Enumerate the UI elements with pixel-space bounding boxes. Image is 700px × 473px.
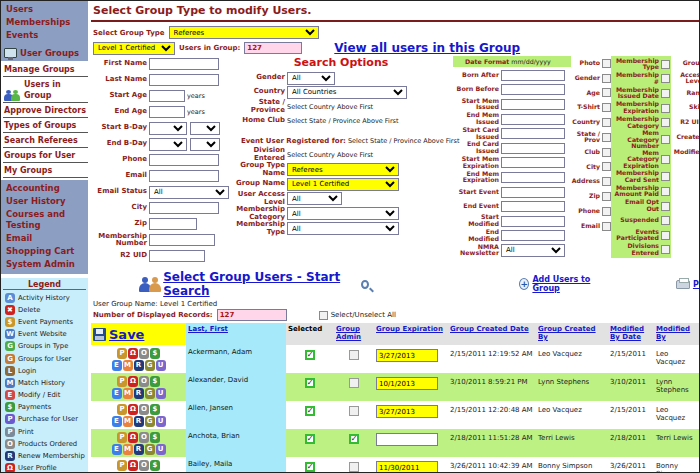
sidebar-item-manage-groups[interactable]: Manage Groups — [3, 62, 88, 77]
checkbox-photo[interactable] — [602, 59, 611, 68]
purchase-for-user-icon[interactable]: U — [156, 388, 166, 399]
checkbox-membership-issued-date[interactable] — [661, 89, 670, 98]
user-profile-icon[interactable]: Ω — [128, 404, 138, 415]
products-ordered-icon[interactable]: O — [139, 460, 149, 471]
group-expiration-input[interactable] — [376, 349, 438, 362]
input-end-card-issued[interactable] — [501, 143, 565, 154]
modify-edit-icon[interactable]: E — [112, 360, 122, 371]
sidebar-item-types-of-groups[interactable]: Types of Groups — [3, 118, 88, 133]
column-header-label[interactable]: Group Expiration — [376, 325, 443, 333]
user-profile-icon[interactable]: Ω — [128, 432, 138, 443]
checkbox-zip[interactable] — [602, 192, 611, 201]
column-header-label[interactable]: Modified By — [656, 325, 690, 341]
checkbox-email-opt-out[interactable] — [661, 202, 670, 211]
input-start-mem-issued[interactable] — [501, 99, 565, 110]
checkbox-membership-category[interactable] — [661, 118, 670, 127]
records-count-input[interactable] — [217, 309, 287, 321]
select-user-access-level[interactable]: All — [287, 192, 342, 205]
input-start-mem-expiration[interactable] — [501, 157, 565, 168]
input-born-before[interactable] — [501, 84, 565, 95]
selected-checkbox[interactable]: ✓ — [305, 350, 315, 360]
sidebar-item-users[interactable]: Users — [4, 3, 88, 16]
input-zip[interactable] — [149, 218, 197, 230]
select-start-b-day-month[interactable] — [149, 122, 187, 135]
checkbox-suspended[interactable] — [661, 216, 670, 225]
save-button[interactable]: Save — [109, 327, 144, 342]
input-end-event[interactable] — [501, 201, 565, 212]
select-gender[interactable]: All — [287, 72, 335, 85]
select-end-b-day-month[interactable] — [149, 138, 187, 151]
selected-checkbox[interactable]: ✓ — [305, 378, 315, 388]
modify-edit-icon[interactable]: E — [112, 388, 122, 399]
group-admin-checkbox[interactable] — [349, 406, 359, 416]
groups-for-user-icon[interactable]: G — [145, 388, 155, 399]
column-header-label[interactable]: Group Created By — [538, 325, 596, 341]
products-ordered-icon[interactable]: O — [139, 404, 149, 415]
user-profile-icon[interactable]: Ω — [128, 348, 138, 359]
products-ordered-icon[interactable]: O — [139, 376, 149, 387]
group-type-select[interactable]: Referees — [169, 26, 319, 39]
checkbox-membership-expiration[interactable] — [661, 104, 670, 113]
input-membership-number[interactable] — [149, 234, 215, 246]
match-history-icon[interactable]: M — [123, 360, 133, 371]
group-admin-checkbox[interactable] — [349, 378, 359, 388]
select-unselect-all-checkbox[interactable] — [319, 311, 328, 320]
payments-icon[interactable]: $ — [150, 460, 160, 471]
input-end-mem-issued[interactable] — [501, 114, 565, 125]
checkbox-mem-category-number[interactable] — [661, 135, 670, 144]
checkbox-membership[interactable] — [661, 74, 670, 83]
products-ordered-icon[interactable]: O — [139, 348, 149, 359]
input-start-modified[interactable] — [501, 216, 565, 227]
sidebar-item-shopping-cart[interactable]: Shopping Cart — [4, 245, 88, 258]
purchase-for-user-icon[interactable]: U — [156, 360, 166, 371]
input-start-event[interactable] — [501, 187, 565, 198]
checkbox-club[interactable] — [602, 148, 611, 157]
match-history-icon[interactable]: M — [123, 416, 133, 427]
checkbox-t-shirt[interactable] — [602, 103, 611, 112]
renew-membership-icon[interactable]: R — [134, 388, 144, 399]
payments-icon[interactable]: $ — [150, 376, 160, 387]
payments-icon[interactable]: $ — [150, 348, 160, 359]
input-end-age[interactable] — [149, 106, 185, 118]
match-history-icon[interactable]: M — [123, 444, 133, 455]
search-icon[interactable] — [361, 280, 369, 289]
sidebar-item-courses-and-testing[interactable]: Courses and Testing — [4, 208, 88, 232]
event-payments-icon[interactable]: P — [117, 432, 127, 443]
add-users-icon[interactable]: + — [519, 278, 529, 290]
match-history-icon[interactable]: M — [123, 388, 133, 399]
event-payments-icon[interactable]: P — [117, 348, 127, 359]
renew-membership-icon[interactable]: R — [134, 416, 144, 427]
group-expiration-input[interactable] — [376, 433, 438, 446]
modify-edit-icon[interactable]: E — [112, 416, 122, 427]
input-end-modified[interactable] — [501, 230, 565, 241]
input-born-after[interactable] — [501, 70, 565, 81]
select-end-b-day-day[interactable] — [190, 138, 220, 151]
selected-checkbox[interactable]: ✓ — [305, 462, 315, 472]
checkbox-divisions-entered[interactable] — [661, 245, 670, 254]
checkbox-city[interactable] — [602, 162, 611, 171]
user-profile-icon[interactable]: Ω — [128, 376, 138, 387]
print-link[interactable]: Print — [693, 280, 700, 289]
select-email-status[interactable]: All — [149, 186, 229, 199]
select-group-type-name[interactable]: Referees — [287, 163, 399, 176]
checkbox-phone[interactable] — [602, 207, 611, 216]
event-payments-icon[interactable]: P — [117, 376, 127, 387]
group-expiration-input[interactable] — [376, 377, 438, 390]
input-city[interactable] — [149, 202, 219, 214]
group-admin-checkbox[interactable]: ✓ — [349, 434, 359, 444]
select-country[interactable]: All Countries — [287, 86, 407, 99]
products-ordered-icon[interactable]: O — [139, 432, 149, 443]
sidebar-item-email[interactable]: Email — [4, 232, 88, 245]
checkbox-membership-type[interactable] — [661, 60, 670, 69]
checkbox-state-prov[interactable] — [602, 133, 611, 142]
select-nmra-newsletter[interactable]: All — [501, 244, 565, 257]
selected-checkbox[interactable]: ✓ — [305, 434, 315, 444]
column-header-label[interactable]: Last, First — [188, 325, 228, 333]
start-search-link[interactable]: Select Group Users - Start Search — [163, 270, 355, 298]
checkbox-age[interactable] — [602, 88, 611, 97]
select-membership-category[interactable]: All — [287, 207, 399, 220]
event-payments-icon[interactable]: P — [117, 404, 127, 415]
sidebar-item-events[interactable]: Events — [4, 29, 88, 42]
sidebar-item-search-referees[interactable]: Search Referees — [3, 133, 88, 148]
add-users-link[interactable]: Add Users to Group — [532, 275, 606, 293]
